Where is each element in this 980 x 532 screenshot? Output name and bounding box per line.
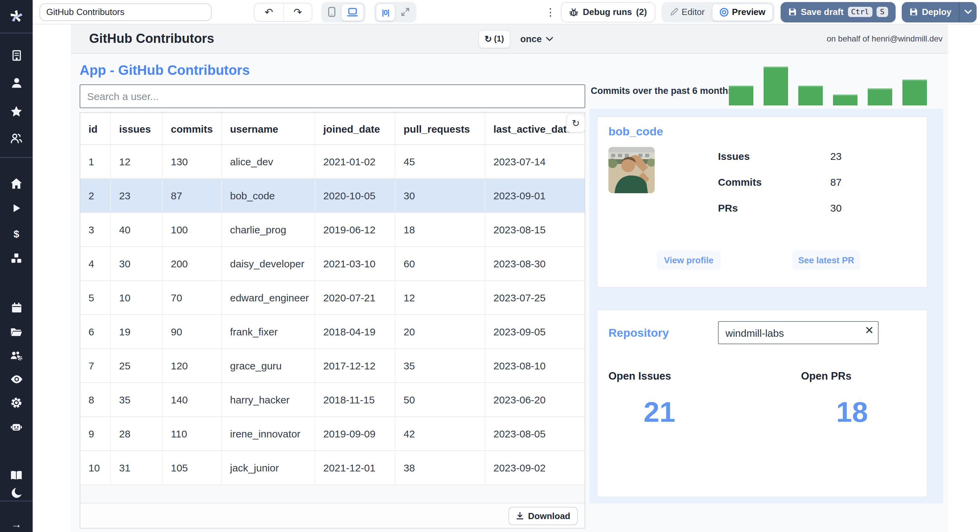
refresh-icon: ↻ — [485, 34, 492, 44]
table-cell: 35 — [395, 349, 485, 382]
table-row[interactable]: 725120grace_guru2017-12-12352023-08-10 — [80, 349, 585, 383]
table-cell: 70 — [163, 281, 222, 314]
table-row[interactable]: 928110irene_innovator2019-09-09422023-08… — [80, 417, 585, 451]
repository-input[interactable] — [718, 321, 878, 344]
windmill-logo-icon[interactable] — [0, 7, 33, 26]
table-cell: 2018-11-15 — [315, 383, 395, 416]
kbd-s: S — [877, 7, 888, 17]
debug-runs-button[interactable]: Debug runs (2) — [561, 2, 655, 22]
groups-icon[interactable] — [0, 130, 33, 146]
table-row[interactable]: 835140harry_hacker2018-11-15502023-06-20 — [80, 383, 585, 417]
table-cell: 50 — [395, 383, 485, 416]
workspace-icon[interactable] — [0, 47, 33, 63]
undo-button[interactable]: ↶ — [255, 3, 283, 21]
save-floppy-icon — [788, 8, 797, 16]
editor-tab[interactable]: Editor — [662, 3, 711, 21]
clear-input-icon[interactable]: ✕ — [865, 325, 874, 336]
table-cell: 2020-07-21 — [315, 281, 395, 314]
contributors-table: idissuescommitsusernamejoined_datepull_r… — [80, 112, 585, 529]
column-header-id[interactable]: id — [80, 113, 111, 144]
commit-bar — [729, 86, 753, 105]
more-menu-icon[interactable]: ⋮ — [546, 6, 555, 18]
table-cell: 2023-09-02 — [485, 451, 585, 484]
audit-eye-icon[interactable] — [0, 371, 33, 387]
table-refresh-button[interactable]: ↻ — [566, 114, 585, 133]
table-row[interactable]: 1031105jack_junior2021-12-01382023-09-02 — [80, 451, 585, 485]
commit-bar — [868, 89, 892, 105]
desktop-view-button[interactable] — [341, 3, 364, 21]
column-header-joined_date[interactable]: joined_date — [315, 113, 395, 144]
schedule-dropdown[interactable]: once — [520, 34, 553, 44]
editor-preview-toggle: Editor Preview — [661, 2, 774, 22]
table-cell: 8 — [80, 383, 111, 416]
table-cell: 40 — [111, 213, 163, 246]
column-header-issues[interactable]: issues — [111, 113, 163, 144]
table-cell: 2023-08-30 — [485, 247, 585, 280]
folders-icon[interactable] — [0, 324, 33, 340]
table-cell: 2023-07-14 — [485, 145, 585, 178]
column-header-commits[interactable]: commits — [163, 113, 222, 144]
see-latest-pr-button[interactable]: See latest PR — [792, 250, 860, 270]
search-input[interactable] — [80, 84, 585, 108]
on-behalf-text: on behalf of henri@windmill.dev — [553, 34, 948, 43]
table-cell: 2021-03-10 — [315, 247, 395, 280]
runs-play-icon[interactable] — [0, 200, 33, 216]
save-draft-button[interactable]: Save draft Ctrl S — [780, 2, 895, 22]
download-button[interactable]: Download — [508, 507, 578, 525]
table-cell: 2023-08-05 — [485, 417, 585, 450]
table-cell: 2020-10-05 — [315, 179, 395, 212]
toolbar-right-cluster: ⋮ Debug runs (2) Editor — [546, 2, 980, 22]
open-prs-label: Open PRs — [801, 370, 851, 382]
table-cell: 19 — [111, 315, 163, 348]
table-cell: 90 — [163, 315, 222, 348]
schedules-calendar-icon[interactable] — [0, 299, 33, 316]
table-empty-strip — [80, 485, 585, 503]
ai-robot-icon[interactable] — [0, 418, 33, 435]
column-header-pull_requests[interactable]: pull_requests — [395, 113, 485, 144]
resources-cubes-icon[interactable] — [0, 250, 33, 267]
settings-gear-icon[interactable] — [0, 395, 33, 411]
app-name-input[interactable] — [40, 3, 212, 21]
variables-dollar-icon[interactable]: $ — [0, 225, 33, 241]
commit-bar — [798, 86, 823, 105]
star-icon[interactable] — [0, 103, 33, 120]
center-layout-button[interactable]: |0| — [375, 3, 395, 21]
table-cell: 3 — [80, 213, 111, 246]
docs-book-icon[interactable] — [0, 467, 33, 483]
table-cell: 140 — [163, 383, 222, 416]
fullwidth-layout-button[interactable] — [395, 3, 415, 21]
table-cell: 10 — [80, 451, 111, 484]
deploy-button[interactable]: Deploy — [901, 2, 959, 22]
table-row[interactable]: 22387bob_code2020-10-05302023-09-01 — [80, 179, 585, 213]
commits-bar-chart — [729, 67, 927, 105]
user-icon[interactable] — [0, 74, 33, 91]
home-icon[interactable] — [0, 176, 33, 192]
contributor-name: bob_code — [608, 125, 663, 139]
sidebar-divider — [0, 501, 33, 501]
app-title: GitHub Contributors — [89, 31, 479, 46]
app-refresh-button[interactable]: ↻ (1) — [479, 30, 510, 48]
stat-row-prs: PRs 30 — [718, 195, 875, 221]
dark-mode-moon-icon[interactable] — [0, 484, 33, 501]
deploy-options-caret[interactable] — [959, 2, 977, 22]
column-header-username[interactable]: username — [222, 113, 315, 144]
app-header-bar: GitHub Contributors ↻ (1) once on behalf… — [71, 24, 948, 54]
preview-tab[interactable]: Preview — [711, 3, 773, 21]
table-row[interactable]: 112130alice_dev2021-01-02452023-07-14 — [80, 145, 585, 179]
table-cell: 23 — [111, 179, 163, 212]
table-row[interactable]: 340100charlie_prog2019-06-12182023-08-15 — [80, 213, 585, 247]
table-cell: 120 — [163, 349, 222, 382]
mobile-view-button[interactable] — [323, 3, 341, 21]
redo-button[interactable]: ↷ — [283, 3, 312, 21]
table-body: 112130alice_dev2021-01-02452023-07-14223… — [80, 145, 585, 485]
view-profile-button[interactable]: View profile — [657, 250, 721, 270]
table-cell: 2023-06-20 — [485, 383, 585, 416]
workers-users-gear-icon[interactable] — [0, 347, 33, 363]
table-row[interactable]: 51070edward_engineer2020-07-21122023-07-… — [80, 281, 585, 315]
debug-runs-count: (2) — [636, 7, 647, 17]
expand-sidebar-arrow-icon[interactable]: → — [0, 516, 33, 532]
bug-icon — [569, 7, 579, 17]
table-row[interactable]: 430200daisy_developer2021-03-10602023-08… — [80, 247, 585, 281]
table-cell: 10 — [111, 281, 163, 314]
table-row[interactable]: 61990frank_fixer2018-04-19202023-09-05 — [80, 315, 585, 349]
